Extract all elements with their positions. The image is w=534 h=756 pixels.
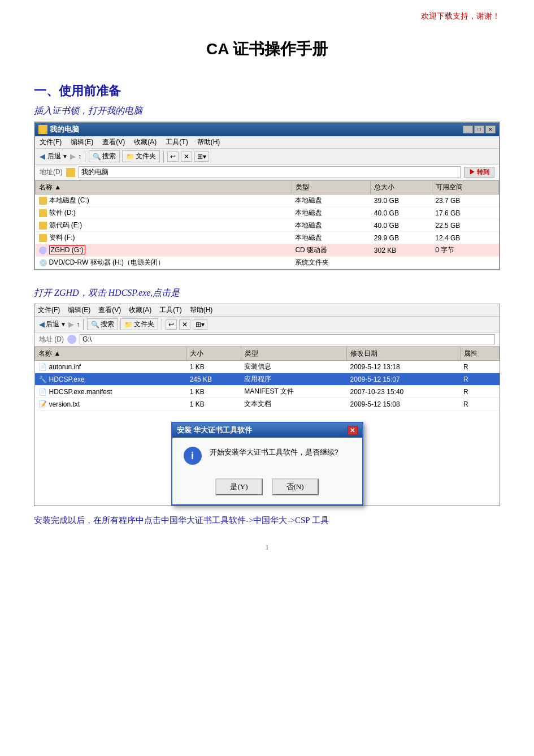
minimize-button[interactable]: _ xyxy=(463,126,473,133)
zghd-undo-icon[interactable]: ↩ xyxy=(166,319,177,330)
file-total-cell: 302 KB xyxy=(371,244,432,257)
dialog-message: 开始安装华大证书工具软件，是否继续? xyxy=(210,447,338,459)
page-number: 1 xyxy=(34,543,500,552)
file-icon xyxy=(39,222,47,230)
zghd-file-size-cell: 245 KB xyxy=(186,373,241,386)
zghd-file-attr-cell: R xyxy=(460,398,500,411)
zghd-menu-help[interactable]: 帮助(H) xyxy=(190,305,213,315)
zghd-menu-edit[interactable]: 编辑(E) xyxy=(68,305,90,315)
table-row[interactable]: 资料 (F:)本地磁盘29.9 GB12.4 GB xyxy=(36,232,499,244)
dialog-close-button[interactable]: ✕ xyxy=(348,426,358,435)
address-icon xyxy=(66,168,75,177)
address-input[interactable]: 我的电脑 xyxy=(79,166,461,178)
explorer-toolbar: ◀ 后退 ▼ ▶ ↑ 🔍 搜索 📁 文件夹 ↩ ✕ ⊞▾ xyxy=(35,149,499,165)
go-button[interactable]: ▶ 转到 xyxy=(464,167,494,178)
zghd-col-date[interactable]: 修改日期 xyxy=(347,347,460,361)
zghd-nav-back[interactable]: ◀ 后退 ▼ xyxy=(39,319,66,329)
table-row[interactable]: 📝version.txt1 KB文本文档2009-5-12 15:08R xyxy=(35,398,500,411)
zghd-file-date-cell: 2009-5-12 15:08 xyxy=(347,398,460,411)
zghd-search-button[interactable]: 🔍 搜索 xyxy=(87,318,118,330)
zghd-table-header-row: 名称 ▲ 大小 类型 修改日期 属性 xyxy=(35,347,500,361)
zghd-back-dropdown[interactable]: ▼ xyxy=(60,321,66,327)
zghd-address-input[interactable]: G:\ xyxy=(80,334,495,344)
zghd-forward-icon[interactable]: ▶ xyxy=(68,320,74,329)
zghd-address-label: 地址 (D) xyxy=(39,335,64,344)
menu-tools[interactable]: 工具(T) xyxy=(166,137,188,147)
zghd-file-name-cell: 📝version.txt xyxy=(35,398,186,411)
my-computer-explorer: 我的电脑 _ □ ✕ 文件(F) 编辑(E) 查看(V) 收藏(A) 工具(T)… xyxy=(34,122,500,270)
col-free[interactable]: 可用空间 xyxy=(432,181,498,195)
window-controls[interactable]: _ □ ✕ xyxy=(463,126,496,133)
menu-file[interactable]: 文件(F) xyxy=(40,137,62,147)
zghd-menu-favorites[interactable]: 收藏(A) xyxy=(129,305,151,315)
menu-favorites[interactable]: 收藏(A) xyxy=(134,137,157,147)
table-row[interactable]: 💿DVD/CD-RW 驱动器 (H:)（电源关闭）系统文件夹 xyxy=(36,257,499,269)
zghd-file-attr-cell: R xyxy=(460,373,500,386)
table-row[interactable]: 📄HDCSP.exe.manifest1 KBMANIFEST 文件2007-1… xyxy=(35,386,500,398)
go-arrow-icon: ▶ xyxy=(469,169,475,175)
zghd-col-attr[interactable]: 属性 xyxy=(460,347,500,361)
file-free-cell xyxy=(432,257,498,269)
table-row[interactable]: 📄autorun.inf1 KB安装信息2009-5-12 13:18R xyxy=(35,361,500,373)
zghd-folders-button[interactable]: 📁 文件夹 xyxy=(120,318,158,330)
file-total-cell: 40.0 GB xyxy=(371,207,432,219)
undo-icon[interactable]: ↩ xyxy=(167,152,179,162)
table-row[interactable]: 软件 (D:)本地磁盘40.0 GB17.6 GB xyxy=(36,207,499,219)
menu-help[interactable]: 帮助(H) xyxy=(197,137,220,147)
zghd-menu-view[interactable]: 查看(V) xyxy=(98,305,121,315)
up-icon[interactable]: ↑ xyxy=(78,153,81,161)
dialog-titlebar: 安装 华大证书工具软件 ✕ xyxy=(172,423,362,438)
file-table: 名称 ▲ 类型 总大小 可用空间 本地磁盘 (C:)本地磁盘39.0 GB23.… xyxy=(35,180,499,269)
back-dropdown[interactable]: ▼ xyxy=(62,153,68,159)
table-row[interactable]: 本地磁盘 (C:)本地磁盘39.0 GB23.7 GB xyxy=(36,195,499,207)
file-name-text: 软件 (D:) xyxy=(49,209,76,217)
explorer-title-left: 我的电脑 xyxy=(38,124,79,135)
section-1-title: 一、使用前准备 xyxy=(34,83,500,100)
zghd-file-icon: 🔧 xyxy=(38,375,47,383)
file-name-text: DVD/CD-RW 驱动器 (H:)（电源关闭） xyxy=(49,258,164,266)
zghd-back-icon: ◀ xyxy=(39,320,45,329)
zghd-menu-file[interactable]: 文件(F) xyxy=(38,305,60,315)
col-type[interactable]: 类型 xyxy=(292,181,370,195)
delete-icon[interactable]: ✕ xyxy=(181,152,192,162)
section-2: 打开 ZGHD，双击 HDCSP.exe,点击是 文件(F) 编辑(E) 查看(… xyxy=(34,287,500,506)
table-row[interactable]: ZGHD (G:)CD 驱动器302 KB0 字节 xyxy=(36,244,499,257)
close-button[interactable]: ✕ xyxy=(485,126,496,133)
nav-back-group[interactable]: ◀ 后退 ▼ xyxy=(40,152,68,161)
dialog-yes-button[interactable]: 是(Y) xyxy=(215,478,262,495)
views-btn[interactable]: ⊞▾ xyxy=(194,152,209,162)
zghd-up-icon[interactable]: ↑ xyxy=(76,321,80,329)
folders-icon: 📁 xyxy=(126,153,134,161)
back-label[interactable]: 后退 xyxy=(47,152,61,161)
zghd-views-btn[interactable]: ⊞▾ xyxy=(193,319,207,330)
col-name[interactable]: 名称 ▲ xyxy=(36,181,292,195)
section-3-text: 安装完成以后，在所有程序中点击中国华大证书工具软件->中国华大->CSP 工具 xyxy=(34,515,500,526)
zghd-delete-icon[interactable]: ✕ xyxy=(179,319,190,330)
dialog-body: i 开始安装华大证书工具软件，是否继续? xyxy=(172,438,362,474)
main-title: CA 证书操作手册 xyxy=(34,38,500,60)
zghd-file-type-cell: 应用程序 xyxy=(241,373,346,386)
menu-edit[interactable]: 编辑(E) xyxy=(71,137,93,147)
file-type-cell: 本地磁盘 xyxy=(292,219,370,232)
folders-button[interactable]: 📁 文件夹 xyxy=(122,150,160,162)
zghd-col-size[interactable]: 大小 xyxy=(186,347,241,361)
table-row[interactable]: 源代码 (E:)本地磁盘40.0 GB22.5 GB xyxy=(36,219,499,232)
forward-icon[interactable]: ▶ xyxy=(70,152,76,161)
zghd-toolbar: ◀ 后退 ▼ ▶ ↑ 🔍 搜索 📁 文件夹 ↩ ✕ ⊞▾ xyxy=(34,317,500,332)
search-button[interactable]: 🔍 搜索 xyxy=(89,150,120,162)
file-name-text: 资料 (F:) xyxy=(49,234,75,241)
zghd-back-label[interactable]: 后退 xyxy=(46,319,59,329)
back-icon: ◀ xyxy=(40,152,45,161)
zghd-toolbar-sep-1 xyxy=(83,319,84,330)
col-total[interactable]: 总大小 xyxy=(371,181,432,195)
menu-view[interactable]: 查看(V) xyxy=(102,137,125,147)
zghd-menu-tools[interactable]: 工具(T) xyxy=(159,305,181,315)
zghd-col-name[interactable]: 名称 ▲ xyxy=(35,347,186,361)
dialog-no-button[interactable]: 否(N) xyxy=(272,478,319,495)
table-row[interactable]: 🔧HDCSP.exe245 KB应用程序2009-5-12 15:07R xyxy=(35,373,500,386)
section-1: 一、使用前准备 插入证书锁，打开我的电脑 我的电脑 _ □ ✕ 文件(F) 编辑… xyxy=(34,83,500,270)
zghd-file-type-cell: MANIFEST 文件 xyxy=(241,386,346,398)
zghd-col-type[interactable]: 类型 xyxy=(241,347,346,361)
zghd-file-icon: 📝 xyxy=(38,400,47,408)
maximize-button[interactable]: □ xyxy=(474,126,484,133)
